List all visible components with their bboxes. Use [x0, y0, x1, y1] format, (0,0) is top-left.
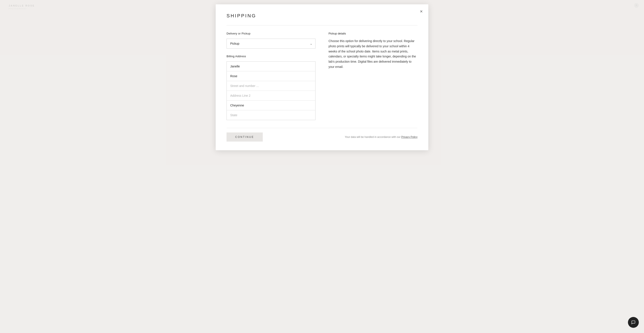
delivery-select-wrapper: Pickup Delivery ⌄	[226, 38, 316, 48]
left-column: Delivery or Pickup Pickup Delivery ⌄ Bil…	[226, 32, 316, 120]
billing-address-group	[226, 61, 316, 120]
city-input[interactable]	[226, 100, 316, 110]
street-input[interactable]	[226, 81, 316, 91]
state-input[interactable]	[226, 110, 316, 120]
right-column: Pickup details Choose this option for de…	[328, 32, 418, 120]
privacy-policy-link[interactable]: Privacy Policy	[401, 135, 418, 139]
delivery-select[interactable]: Pickup Delivery	[226, 38, 316, 48]
modal-footer: CONTINUE Your data will be handled in ac…	[226, 128, 418, 142]
address2-input[interactable]	[226, 91, 316, 100]
shipping-modal: × SHIPPING Delivery or Pickup Pickup Del…	[216, 4, 428, 150]
pickup-details-text: Choose this option for delivering direct…	[328, 38, 418, 70]
modal-overlay: × SHIPPING Delivery or Pickup Pickup Del…	[0, 0, 644, 333]
pickup-details-title: Pickup details	[328, 32, 418, 35]
continue-button[interactable]: CONTINUE	[226, 132, 263, 142]
delivery-section-label: Delivery or Pickup	[226, 32, 316, 35]
chat-button[interactable]	[628, 317, 639, 328]
modal-body: Delivery or Pickup Pickup Delivery ⌄ Bil…	[226, 32, 418, 120]
privacy-text: Your data will be handled in accordance …	[345, 135, 418, 139]
close-button[interactable]: ×	[419, 8, 424, 15]
first-name-input[interactable]	[226, 61, 316, 71]
modal-divider	[226, 25, 418, 25]
billing-label: Billing Address	[226, 55, 316, 58]
last-name-input[interactable]	[226, 71, 316, 81]
modal-title: SHIPPING	[226, 13, 418, 19]
